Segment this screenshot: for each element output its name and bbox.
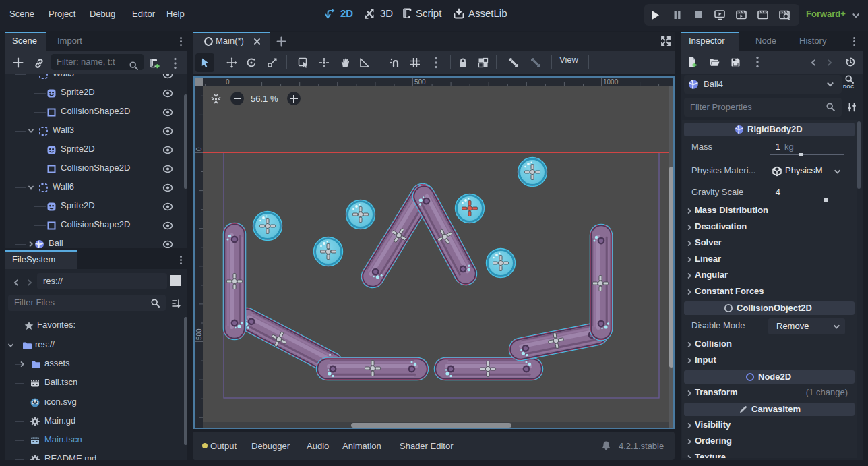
svg-text:500: 500 bbox=[195, 328, 203, 340]
svg-text:0: 0 bbox=[226, 78, 230, 86]
svg-text:1000: 1000 bbox=[603, 78, 619, 86]
svg-text:500: 500 bbox=[414, 78, 426, 86]
svg-text:0: 0 bbox=[195, 147, 203, 151]
